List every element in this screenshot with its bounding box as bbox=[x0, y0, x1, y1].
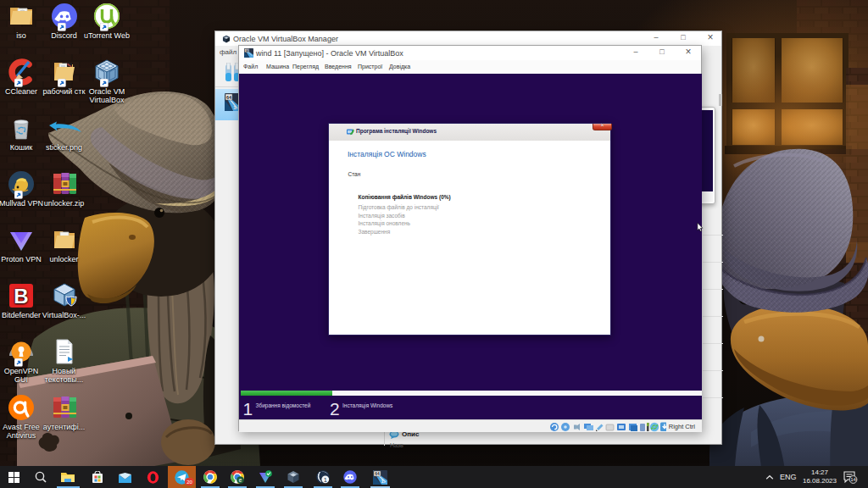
svg-text:64: 64 bbox=[245, 49, 248, 53]
svg-text:14: 14 bbox=[850, 477, 856, 482]
svg-text:64: 64 bbox=[375, 471, 380, 476]
svg-text:64: 64 bbox=[226, 95, 232, 100]
svg-text:e: e bbox=[239, 477, 242, 483]
svg-text:20: 20 bbox=[186, 480, 192, 485]
svg-text:B: B bbox=[14, 285, 28, 308]
svg-text:1.: 1. bbox=[381, 479, 385, 484]
svg-text:1: 1 bbox=[324, 476, 327, 484]
